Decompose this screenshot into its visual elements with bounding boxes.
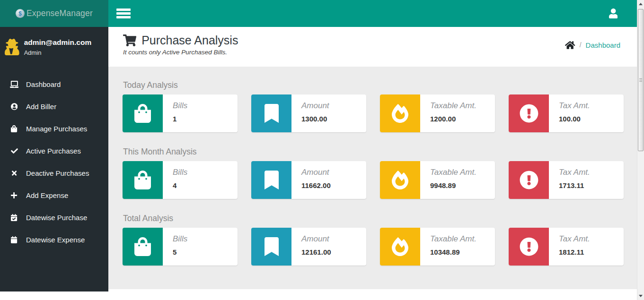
analysis-card: Taxable Amt. 9948.89 [380,161,495,199]
sidebar-user-panel: admin@admin.com Admin [0,27,108,56]
fire-icon [380,228,420,266]
card-label: Amount [301,168,331,177]
exclamation-circle-icon [509,94,549,132]
triangle-up-icon [639,3,643,5]
page-title: Purchase Analysis [141,34,238,47]
content-area: Today Analysis Bills 1 [108,67,637,289]
scroll-up-button[interactable] [637,0,644,8]
expense-manager-app: $ ExpenseManager admin@admin.com Admin [0,0,644,300]
analysis-card: Taxable Amt. 10348.89 [380,228,495,266]
card-value: 1200.00 [430,115,476,123]
card-grid: Bills 5 Amount 12161.00 [123,228,624,266]
bookmark-icon [251,94,291,132]
sidebar-item[interactable]: Datewise Expense [0,229,108,251]
card-value: 4 [173,181,187,190]
content-header: Purchase Analysis It counts only Active … [108,27,637,67]
breadcrumb-separator: / [580,41,582,49]
calendar-icon [9,236,19,243]
bars-icon [116,9,131,11]
card-label: Amount [301,234,331,243]
card-label: Bills [173,101,187,110]
sidebar-toggle-button[interactable] [113,3,134,24]
card-label: Tax Amt. [559,101,590,110]
breadcrumb-dashboard-link[interactable]: Dashboard [586,41,620,49]
analysis-card: Amount 11662.00 [251,161,366,199]
analysis-section: Total Analysis Bills 5 [108,214,637,266]
shopping-bag-icon [123,161,163,199]
scrollbar-thumb[interactable] [638,9,644,151]
times-icon [9,170,19,177]
card-value: 11662.00 [301,181,331,190]
card-value: 10348.89 [430,248,476,257]
sidebar-item-label: Add Biller [26,103,56,111]
analysis-card: Bills 5 [123,228,238,266]
sidebar-item-label: Active Purchases [26,147,81,155]
bookmark-icon [251,161,291,199]
card-label: Bills [173,168,187,177]
exclamation-circle-icon [509,228,549,266]
user-circle-icon [9,103,19,110]
plus-icon [9,192,19,199]
card-value: 1 [173,115,187,123]
card-value: 12161.00 [301,248,331,257]
sidebar-item[interactable]: Deactive Purchases [0,162,108,184]
sidebar-item[interactable]: Add Expense [0,184,108,206]
analysis-card: Amount 12161.00 [251,228,366,266]
breadcrumb-home-link[interactable] [565,41,575,50]
analysis-card: Taxable Amt. 1200.00 [380,94,495,132]
section-title: This Month Analysis [123,147,623,156]
sidebar-item[interactable]: Active Purchases [0,140,108,162]
sidebar: admin@admin.com Admin Dashboard Add Bill… [0,27,108,291]
card-label: Taxable Amt. [430,234,476,243]
analysis-card: Tax Amt. 100.00 [509,94,624,132]
check-icon [9,147,19,154]
shopping-bag-icon [9,125,19,132]
brand-logo-link[interactable]: $ ExpenseManager [0,0,108,27]
exclamation-circle-icon [509,161,549,199]
card-label: Amount [301,101,329,110]
triangle-down-icon [639,295,643,297]
card-value: 1713.11 [559,181,590,190]
card-value: 1812.11 [559,248,590,257]
sidebar-menu: Dashboard Add Biller Manage Purchases [0,73,108,251]
shopping-bag-icon [123,94,163,132]
analysis-card: Amount 1300.00 [251,94,366,132]
card-grid: Bills 1 Amount 1300.00 [123,94,624,132]
calendar-check-icon [9,214,19,221]
sidebar-item-label: Add Expense [26,191,68,199]
card-grid: Bills 4 Amount 11662.00 [123,161,624,199]
analysis-card: Bills 1 [123,94,238,132]
analysis-card: Tax Amt. 1713.11 [509,161,624,199]
sidebar-item-label: Dashboard [26,80,61,88]
user-role: Admin [24,49,92,56]
card-label: Bills [173,234,187,243]
sidebar-item-label: Manage Purchases [26,125,87,133]
card-value: 100.00 [559,115,590,123]
section-title: Total Analysis [123,214,623,223]
analysis-card: Bills 4 [123,161,238,199]
card-label: Tax Amt. [559,168,590,177]
bookmark-icon [251,228,291,266]
user-secret-icon [5,39,19,55]
analysis-section: Today Analysis Bills 1 [108,80,637,132]
brand-name: ExpenseManager [26,9,93,18]
shopping-bag-icon [123,228,163,266]
scroll-down-button[interactable] [637,292,644,300]
analysis-section: This Month Analysis Bills 4 [108,147,637,199]
dollar-coin-icon: $ [16,9,25,18]
card-value: 5 [173,248,187,257]
account-menu-button[interactable] [609,0,618,27]
vertical-scrollbar[interactable] [637,0,644,300]
analysis-card: Tax Amt. 1812.11 [509,228,624,266]
fire-icon [380,161,420,199]
sidebar-item[interactable]: Add Biller [0,95,108,118]
sidebar-item-label: Datewise Expense [26,236,85,244]
sidebar-item[interactable]: Manage Purchases [0,118,108,140]
sidebar-item[interactable]: Datewise Purchase [0,206,108,229]
card-label: Taxable Amt. [430,168,476,177]
sidebar-item-label: Deactive Purchases [26,169,89,177]
breadcrumb: / Dashboard [565,40,620,50]
card-label: Tax Amt. [559,234,590,243]
sidebar-item[interactable]: Dashboard [0,73,108,95]
card-value: 1300.00 [301,115,329,123]
